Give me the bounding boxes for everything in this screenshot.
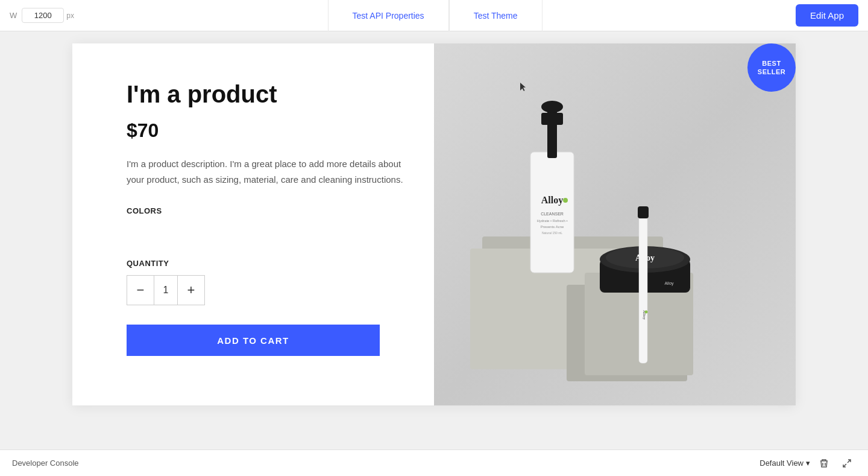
colors-label: COLORS	[127, 206, 404, 215]
edit-app-button[interactable]: Edit App	[796, 4, 858, 27]
quantity-label: QUANTITY	[127, 259, 404, 268]
chevron-down-icon: ▾	[806, 459, 810, 468]
svg-rect-20	[639, 212, 647, 363]
bottom-bar: Developer Console Default View ▾	[0, 449, 868, 476]
svg-point-13	[563, 198, 568, 203]
width-input[interactable]	[22, 8, 64, 23]
quantity-value: 1	[154, 276, 178, 305]
product-page: I'm a product $70 I'm a product descript…	[72, 43, 796, 405]
product-info-panel: I'm a product $70 I'm a product descript…	[72, 43, 434, 405]
default-view-label: Default View	[760, 459, 804, 468]
tab-api-properties[interactable]: Test API Properties	[328, 0, 449, 31]
svg-text:Hydrate • Refresh •: Hydrate • Refresh •	[536, 219, 567, 223]
width-label: W	[10, 11, 17, 20]
product-description: I'm a product description. I'm a great p…	[127, 156, 404, 187]
svg-text:CLEANSER: CLEANSER	[541, 212, 564, 216]
product-price: $70	[127, 119, 404, 142]
add-to-cart-button[interactable]: ADD TO CART	[127, 325, 380, 356]
svg-point-23	[645, 311, 648, 314]
default-view-select[interactable]: Default View ▾	[760, 459, 810, 468]
svg-text:Alloy: Alloy	[664, 281, 674, 286]
svg-rect-21	[638, 206, 649, 218]
toolbar-left: W px	[0, 8, 74, 23]
trash-icon-button[interactable]	[815, 454, 833, 472]
toolbar: W px Test API Properties Test Theme Edit…	[0, 0, 868, 31]
svg-text:Prevents Acne: Prevents Acne	[541, 225, 564, 229]
main-area: I'm a product $70 I'm a product descript…	[0, 31, 868, 449]
svg-text:Natural  150 mL: Natural 150 mL	[542, 231, 562, 235]
product-title: I'm a product	[127, 80, 404, 109]
colors-section: COLORS	[127, 206, 404, 242]
quantity-increase-button[interactable]: +	[178, 276, 204, 305]
color-swatches	[127, 223, 404, 242]
quantity-decrease-button[interactable]: −	[127, 276, 154, 305]
quantity-control: − 1 +	[127, 275, 205, 305]
expand-icon-button[interactable]	[838, 454, 856, 472]
width-unit: px	[66, 11, 74, 20]
toolbar-center: Test API Properties Test Theme	[74, 0, 796, 31]
svg-rect-7	[541, 113, 563, 125]
tab-test-theme[interactable]: Test Theme	[449, 0, 542, 31]
quantity-section: QUANTITY − 1 +	[127, 259, 404, 305]
product-illustration: Alloy CLEANSER Hydrate • Refresh • Preve…	[434, 43, 796, 405]
product-image-panel: BEST SELLER Alloy	[434, 43, 796, 405]
product-image-background: BEST SELLER Alloy	[434, 43, 796, 405]
bottom-right-controls: Default View ▾	[760, 454, 856, 472]
width-control: W px	[10, 8, 74, 23]
toolbar-right: Edit App	[796, 4, 868, 27]
developer-console-label[interactable]: Developer Console	[12, 459, 79, 468]
svg-text:Alloy: Alloy	[541, 195, 563, 206]
svg-point-6	[541, 101, 563, 113]
